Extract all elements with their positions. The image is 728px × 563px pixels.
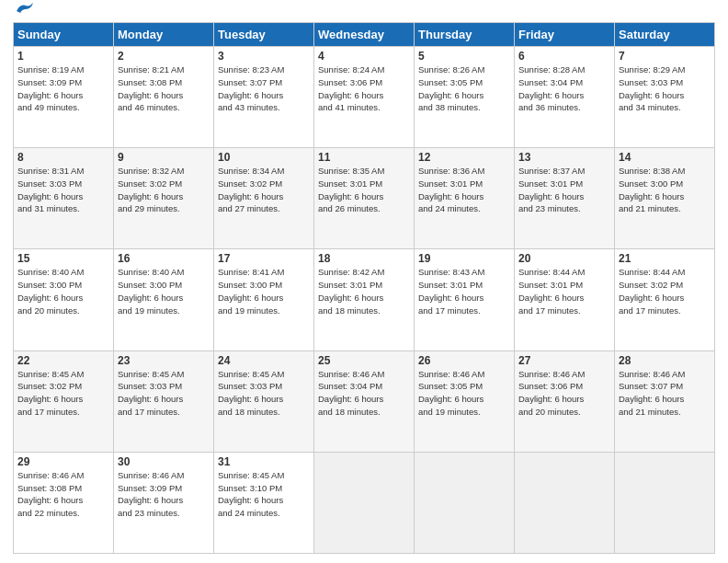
day-info: Sunrise: 8:46 AMSunset: 3:04 PMDaylight:… xyxy=(318,368,410,419)
col-header-sunday: Sunday xyxy=(14,23,114,47)
day-cell: 4Sunrise: 8:24 AMSunset: 3:06 PMDaylight… xyxy=(314,47,415,148)
day-number: 30 xyxy=(118,455,210,468)
day-number: 20 xyxy=(518,252,610,265)
day-number: 28 xyxy=(619,354,711,367)
col-header-saturday: Saturday xyxy=(615,23,715,47)
day-info: Sunrise: 8:45 AMSunset: 3:10 PMDaylight:… xyxy=(218,469,310,520)
day-cell: 28Sunrise: 8:46 AMSunset: 3:07 PMDayligh… xyxy=(615,350,715,452)
day-cell xyxy=(415,452,515,553)
day-info: Sunrise: 8:21 AMSunset: 3:08 PMDaylight:… xyxy=(118,63,210,114)
day-cell: 27Sunrise: 8:46 AMSunset: 3:06 PMDayligh… xyxy=(515,350,615,452)
day-cell: 13Sunrise: 8:37 AMSunset: 3:01 PMDayligh… xyxy=(515,148,615,249)
day-cell xyxy=(314,452,415,553)
day-number: 1 xyxy=(17,50,109,63)
day-info: Sunrise: 8:37 AMSunset: 3:01 PMDaylight:… xyxy=(518,165,610,215)
day-cell: 20Sunrise: 8:44 AMSunset: 3:01 PMDayligh… xyxy=(515,249,615,350)
col-header-tuesday: Tuesday xyxy=(214,23,314,47)
day-cell: 8Sunrise: 8:31 AMSunset: 3:03 PMDaylight… xyxy=(14,148,114,249)
day-number: 11 xyxy=(318,151,410,164)
day-cell: 11Sunrise: 8:35 AMSunset: 3:01 PMDayligh… xyxy=(314,148,415,249)
day-info: Sunrise: 8:40 AMSunset: 3:00 PMDaylight:… xyxy=(118,266,210,316)
day-number: 14 xyxy=(619,151,711,164)
day-number: 3 xyxy=(218,50,310,63)
day-cell: 25Sunrise: 8:46 AMSunset: 3:04 PMDayligh… xyxy=(314,350,415,452)
col-header-wednesday: Wednesday xyxy=(314,23,415,47)
week-row-2: 8Sunrise: 8:31 AMSunset: 3:03 PMDaylight… xyxy=(14,148,715,249)
day-number: 29 xyxy=(17,455,109,468)
day-cell: 31Sunrise: 8:45 AMSunset: 3:10 PMDayligh… xyxy=(214,452,314,553)
day-number: 12 xyxy=(418,151,510,164)
day-info: Sunrise: 8:46 AMSunset: 3:07 PMDaylight:… xyxy=(619,368,711,419)
day-cell: 6Sunrise: 8:28 AMSunset: 3:04 PMDaylight… xyxy=(515,47,615,148)
day-info: Sunrise: 8:46 AMSunset: 3:08 PMDaylight:… xyxy=(17,469,109,520)
day-info: Sunrise: 8:32 AMSunset: 3:02 PMDaylight:… xyxy=(118,165,210,215)
calendar-header-row: SundayMondayTuesdayWednesdayThursdayFrid… xyxy=(14,23,715,47)
day-cell: 21Sunrise: 8:44 AMSunset: 3:02 PMDayligh… xyxy=(615,249,715,350)
day-info: Sunrise: 8:40 AMSunset: 3:00 PMDaylight:… xyxy=(17,266,109,316)
day-cell: 7Sunrise: 8:29 AMSunset: 3:03 PMDaylight… xyxy=(615,47,715,148)
day-number: 9 xyxy=(118,151,210,164)
day-number: 13 xyxy=(518,151,610,164)
week-row-3: 15Sunrise: 8:40 AMSunset: 3:00 PMDayligh… xyxy=(14,249,715,350)
logo-bird-icon xyxy=(15,2,35,17)
day-info: Sunrise: 8:19 AMSunset: 3:09 PMDaylight:… xyxy=(17,63,109,114)
day-number: 25 xyxy=(318,354,410,367)
calendar-body: 1Sunrise: 8:19 AMSunset: 3:09 PMDaylight… xyxy=(14,47,715,554)
day-number: 16 xyxy=(118,252,210,265)
day-cell: 2Sunrise: 8:21 AMSunset: 3:08 PMDaylight… xyxy=(114,47,214,148)
day-number: 17 xyxy=(218,252,310,265)
day-number: 5 xyxy=(418,50,510,63)
day-cell: 12Sunrise: 8:36 AMSunset: 3:01 PMDayligh… xyxy=(415,148,515,249)
day-info: Sunrise: 8:44 AMSunset: 3:01 PMDaylight:… xyxy=(518,266,610,316)
day-info: Sunrise: 8:36 AMSunset: 3:01 PMDaylight:… xyxy=(418,165,510,215)
day-cell: 16Sunrise: 8:40 AMSunset: 3:00 PMDayligh… xyxy=(114,249,214,350)
day-cell: 1Sunrise: 8:19 AMSunset: 3:09 PMDaylight… xyxy=(14,47,114,148)
day-number: 2 xyxy=(118,50,210,63)
day-number: 24 xyxy=(218,354,310,367)
day-cell: 19Sunrise: 8:43 AMSunset: 3:01 PMDayligh… xyxy=(415,249,515,350)
day-number: 4 xyxy=(318,50,410,63)
day-info: Sunrise: 8:24 AMSunset: 3:06 PMDaylight:… xyxy=(318,63,410,114)
day-info: Sunrise: 8:45 AMSunset: 3:03 PMDaylight:… xyxy=(118,368,210,419)
day-number: 27 xyxy=(518,354,610,367)
week-row-4: 22Sunrise: 8:45 AMSunset: 3:02 PMDayligh… xyxy=(14,350,715,452)
day-number: 19 xyxy=(418,252,510,265)
col-header-thursday: Thursday xyxy=(415,23,515,47)
day-info: Sunrise: 8:45 AMSunset: 3:03 PMDaylight:… xyxy=(218,368,310,419)
day-number: 21 xyxy=(619,252,711,265)
day-cell: 14Sunrise: 8:38 AMSunset: 3:00 PMDayligh… xyxy=(615,148,715,249)
day-info: Sunrise: 8:46 AMSunset: 3:05 PMDaylight:… xyxy=(418,368,510,419)
day-number: 18 xyxy=(318,252,410,265)
day-info: Sunrise: 8:26 AMSunset: 3:05 PMDaylight:… xyxy=(418,63,510,114)
day-info: Sunrise: 8:46 AMSunset: 3:06 PMDaylight:… xyxy=(518,368,610,419)
day-number: 10 xyxy=(218,151,310,164)
day-cell: 30Sunrise: 8:46 AMSunset: 3:09 PMDayligh… xyxy=(114,452,214,553)
day-number: 31 xyxy=(218,455,310,468)
day-info: Sunrise: 8:46 AMSunset: 3:09 PMDaylight:… xyxy=(118,469,210,520)
day-info: Sunrise: 8:31 AMSunset: 3:03 PMDaylight:… xyxy=(17,165,109,215)
page: SundayMondayTuesdayWednesdayThursdayFrid… xyxy=(0,0,728,563)
day-cell: 9Sunrise: 8:32 AMSunset: 3:02 PMDaylight… xyxy=(114,148,214,249)
day-cell xyxy=(615,452,715,553)
calendar-table: SundayMondayTuesdayWednesdayThursdayFrid… xyxy=(13,22,715,554)
day-info: Sunrise: 8:42 AMSunset: 3:01 PMDaylight:… xyxy=(318,266,410,316)
day-number: 6 xyxy=(518,50,610,63)
day-number: 15 xyxy=(17,252,109,265)
day-cell xyxy=(515,452,615,553)
week-row-5: 29Sunrise: 8:46 AMSunset: 3:08 PMDayligh… xyxy=(14,452,715,553)
day-info: Sunrise: 8:41 AMSunset: 3:00 PMDaylight:… xyxy=(218,266,310,316)
day-info: Sunrise: 8:38 AMSunset: 3:00 PMDaylight:… xyxy=(619,165,711,215)
day-info: Sunrise: 8:43 AMSunset: 3:01 PMDaylight:… xyxy=(418,266,510,316)
day-info: Sunrise: 8:29 AMSunset: 3:03 PMDaylight:… xyxy=(619,63,711,114)
day-cell: 22Sunrise: 8:45 AMSunset: 3:02 PMDayligh… xyxy=(14,350,114,452)
col-header-friday: Friday xyxy=(515,23,615,47)
day-number: 7 xyxy=(619,50,711,63)
day-cell: 23Sunrise: 8:45 AMSunset: 3:03 PMDayligh… xyxy=(114,350,214,452)
day-cell: 18Sunrise: 8:42 AMSunset: 3:01 PMDayligh… xyxy=(314,249,415,350)
day-cell: 26Sunrise: 8:46 AMSunset: 3:05 PMDayligh… xyxy=(415,350,515,452)
day-info: Sunrise: 8:44 AMSunset: 3:02 PMDaylight:… xyxy=(619,266,711,316)
day-info: Sunrise: 8:45 AMSunset: 3:02 PMDaylight:… xyxy=(17,368,109,419)
logo xyxy=(13,9,35,17)
day-cell: 10Sunrise: 8:34 AMSunset: 3:02 PMDayligh… xyxy=(214,148,314,249)
day-cell: 24Sunrise: 8:45 AMSunset: 3:03 PMDayligh… xyxy=(214,350,314,452)
